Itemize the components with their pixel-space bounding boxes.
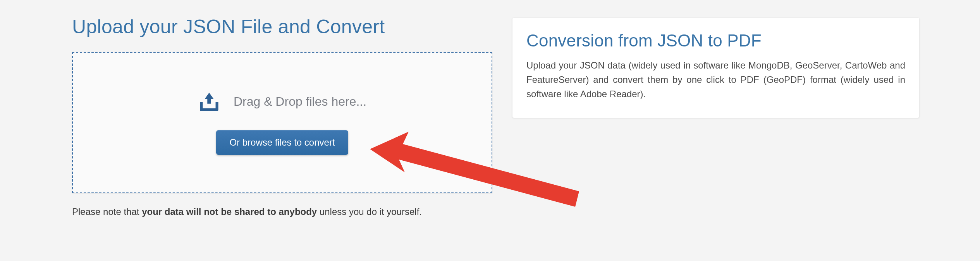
info-body: Upload your JSON data (widely used in so… xyxy=(526,58,905,101)
info-title: Conversion from JSON to PDF xyxy=(526,31,905,50)
note-prefix: Please note that xyxy=(72,206,142,217)
upload-dropzone[interactable]: Drag & Drop files here... Or browse file… xyxy=(72,52,492,193)
browse-button[interactable]: Or browse files to convert xyxy=(216,130,348,155)
info-card: Conversion from JSON to PDF Upload your … xyxy=(512,18,919,118)
privacy-note: Please note that your data will not be s… xyxy=(72,206,492,217)
upload-icon xyxy=(198,91,220,113)
note-bold: your data will not be shared to anybody xyxy=(142,206,317,217)
page-title: Upload your JSON File and Convert xyxy=(72,15,492,38)
drop-label: Drag & Drop files here... xyxy=(234,94,366,109)
note-suffix: unless you do it yourself. xyxy=(317,206,422,217)
